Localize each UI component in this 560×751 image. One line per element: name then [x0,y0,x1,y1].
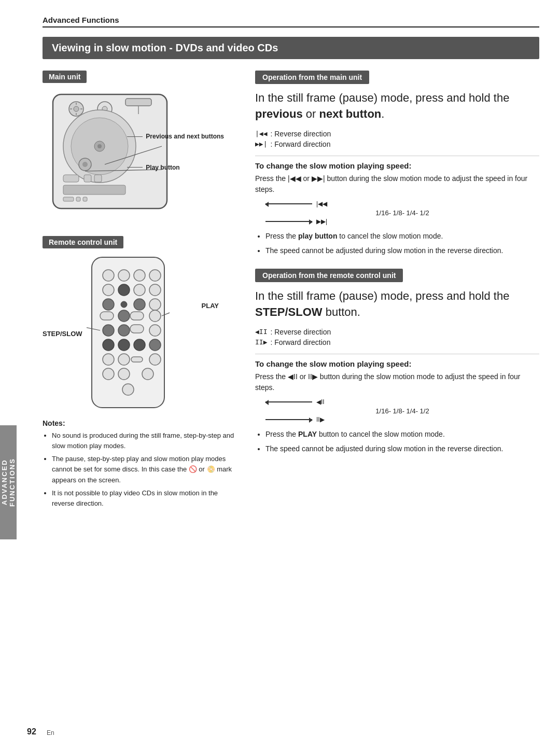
svg-rect-39 [100,312,114,320]
arrow-left [265,203,312,204]
page-title-banner: Viewing in slow motion - DVDs and video … [43,37,539,59]
section-header: Advanced Functions [43,16,539,27]
svg-point-55 [103,368,114,380]
page-number: 92 [27,727,36,736]
forward-label-remote: : Forward direction [270,338,330,346]
svg-rect-21 [63,197,74,201]
forward-sym-remote: II▶ [255,338,267,346]
speed-diagram-remote: ◀II 1/16- 1/8- 1/4- 1/2 II▶ [265,398,539,423]
svg-point-47 [103,339,114,351]
svg-point-49 [134,339,145,351]
remote-control-svg [87,255,170,410]
speed-arrow-top-remote: ◀II [265,398,539,406]
reverse-sym: |◀◀ [255,130,267,137]
direction-reverse-remote: ◀II : Reverse direction [255,328,539,336]
svg-rect-45 [130,325,144,333]
op-remote-text: In the still frame (pause) mode, press a… [255,288,539,321]
op-remote-header: Operation from the remote control unit [255,269,403,282]
svg-rect-18 [84,175,91,182]
svg-point-42 [149,310,161,322]
main-unit-label: Main unit [43,71,87,83]
svg-point-44 [118,325,130,336]
speed-section-remote: To change the slow motion playing speed:… [255,359,539,455]
notes-list: No sound is produced during the still fr… [52,430,240,509]
note-item: No sound is produced during the still fr… [52,430,240,451]
bullet-item: The speed cannot be adjusted during slow… [265,443,539,454]
svg-point-40 [118,310,130,322]
svg-point-58 [122,384,134,395]
arrow-right-remote [265,419,312,420]
notes-section: Notes: No sound is produced during the s… [43,419,240,509]
note-item: It is not possible to play video CDs in … [52,488,240,509]
svg-point-34 [149,284,161,296]
svg-rect-53 [131,357,143,362]
sidebar-advanced-functions-tab: ADVANCED FUNCTIONS [0,425,17,539]
forward-label: : Forward direction [270,140,330,148]
reverse-sym-remote: ◀II [255,328,267,336]
page-title: Viewing in slow motion - DVDs and video … [52,42,278,53]
svg-point-32 [118,284,130,296]
svg-rect-41 [130,312,144,320]
bullet-list-remote: Press the PLAY button to cancel the slow… [265,428,539,455]
svg-point-37 [134,299,145,310]
bullet-item: Press the PLAY button to cancel the slow… [265,428,539,440]
speed-sym-bottom: ▶▶| [316,218,327,225]
play-label: PLAY [202,302,219,310]
speed-sym-bottom-remote: II▶ [316,416,325,423]
bullet-item: Press the play button to cancel the slow… [265,230,539,242]
svg-point-38 [149,299,161,310]
direction-list-remote: ◀II : Reverse direction II▶ : Forward di… [255,328,539,354]
remote-unit-label: Remote control unit [43,236,123,248]
svg-rect-22 [76,197,80,201]
svg-point-28 [118,270,130,281]
direction-forward-remote: II▶ : Forward direction [255,338,539,346]
reverse-label-remote: : Reverse direction [270,328,331,336]
bullet-item: The speed cannot be adjusted during slow… [265,245,539,256]
arrow-left-remote [265,401,312,402]
forward-sym: ▶▶| [255,140,267,148]
speed-arrow-top: |◀◀ [265,200,539,207]
reverse-label: : Reverse direction [270,130,331,138]
svg-point-56 [118,368,130,380]
svg-point-43 [103,325,114,336]
section-header-label: Advanced Functions [43,16,119,24]
svg-point-36 [121,301,127,308]
svg-point-35 [103,299,114,310]
svg-rect-20 [63,185,125,194]
svg-point-52 [118,354,130,365]
svg-point-54 [149,354,161,365]
speed-diagram-main: |◀◀ 1/16- 1/8- 1/4- 1/2 ▶▶| [265,200,539,225]
page-en: En [47,729,54,736]
callout-play: Play button [127,164,224,171]
speed-title-remote: To change the slow motion playing speed: [255,359,539,368]
svg-rect-19 [94,175,102,182]
svg-point-27 [103,270,114,281]
speed-arrow-bottom: ▶▶| [265,218,539,225]
op-main-section: Operation from the main unit In the stil… [255,71,539,256]
svg-point-16 [82,162,88,167]
svg-rect-17 [63,175,79,182]
speed-sym-top: |◀◀ [316,200,327,207]
direction-list-main: |◀◀ : Reverse direction ▶▶| : Forward di… [255,130,539,156]
remote-area: STEP/SLOW PLAY [43,255,219,412]
svg-point-6 [74,106,79,112]
svg-point-50 [149,339,161,351]
svg-point-30 [149,270,161,281]
svg-point-46 [149,325,161,336]
svg-point-29 [134,270,145,281]
svg-point-57 [142,368,153,380]
svg-rect-23 [83,197,87,201]
svg-point-48 [118,339,130,351]
arrow-right [265,221,312,222]
op-main-header: Operation from the main unit [255,71,369,84]
speed-label: 1/16- 1/8- 1/4- 1/2 [265,209,539,217]
speed-sym-top-remote: ◀II [316,398,325,406]
speed-label-remote: 1/16- 1/8- 1/4- 1/2 [265,407,539,415]
speed-text-remote: Press the ◀II or II▶ button during the s… [255,371,539,393]
op-remote-section: Operation from the remote control unit I… [255,269,539,454]
direction-reverse: |◀◀ : Reverse direction [255,130,539,138]
svg-point-33 [134,284,145,296]
speed-title-main: To change the slow motion playing speed: [255,161,539,170]
main-unit-diagram: Previous and next buttons Play button [43,89,219,226]
speed-text-main: Press the |◀◀ or ▶▶| button during the s… [255,173,539,195]
